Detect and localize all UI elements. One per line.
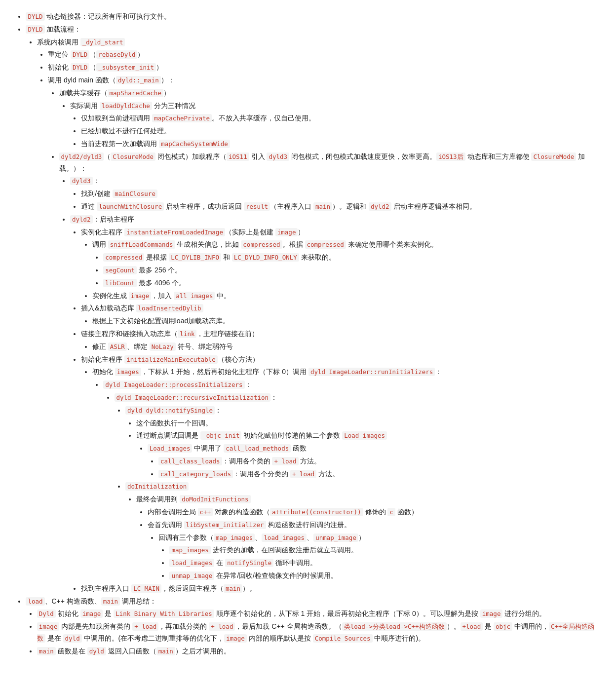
code-image2: image — [129, 292, 152, 300]
code-image-summary2: image — [480, 610, 503, 618]
item-init: 初始化 DYLD（_subsystem_init） — [48, 62, 601, 74]
code-subsystem-init: _subsystem_init — [96, 63, 156, 72]
label-dyld-1: DYLD 动态链接器：记载所有库和可执行文件。 — [26, 12, 171, 20]
code-Load_images: Load_images — [342, 431, 387, 440]
main-call-sublist: 加载共享缓存（mapSharedCache） 实际调用 loadDyldCach… — [48, 87, 601, 595]
code-dyld3-label: dyld3 — [70, 177, 93, 185]
link-sublist: 修正 ASLR、绑定 NoLazy 符号、绑定弱符号 — [81, 341, 601, 353]
loadInsertedDylib-sublist: 根据上下文初始化配置调用load加载动态库。 — [81, 315, 601, 327]
item-notifySingle: dyld dyld::notifySingle： 这个函数执行一个回调。 — [125, 405, 601, 480]
item-dyld-flow: DYLD 加载流程： 系统内核调用 _dyld_start 重定位 DYLD（r… — [26, 24, 601, 595]
item-dyld-linker: DYLD 动态链接器：记载所有库和可执行文件。 — [26, 11, 601, 23]
code-loadDyldCache: loadDyldCache — [100, 102, 152, 110]
item-image-allimages: 实例化生成 image，加入 all images 中。 — [92, 290, 601, 302]
item-callback: 这个函数执行一个回调。 — [136, 418, 601, 429]
item-libSystem-initializer: 会首先调用 libSystem_initializer 构造函数进行回调的注册。… — [148, 519, 601, 582]
code-dyld2dyld3: dyld2/dyld3 — [59, 152, 104, 161]
item-main-call-order: main 函数是在 dyld 返回入口函数（main）之后才调用的。 — [37, 646, 601, 657]
code-dyld-summary: Dyld — [37, 610, 56, 618]
code-compressed3: compressed — [103, 253, 144, 262]
code-images: images — [115, 368, 141, 376]
item-LC_DYLIB_INFO: compressed 是根据 LC_DYLIB_INFO 和 LC_DYLD_I… — [103, 252, 601, 264]
item-loadInsertedDylib: 插入&加载动态库 loadInsertedDylib 根据上下文初始化配置调用l… — [81, 303, 601, 327]
code-attribute-constructor: attribute((constructor)) — [270, 508, 363, 516]
code-dyld-2: DYLD — [26, 25, 44, 34]
dyld-flow-list: 系统内核调用 _dyld_start 重定位 DYLD（rebaseDyld） … — [26, 37, 601, 595]
item-doModInitFunctions: 最终会调用到 doModInitFunctions 内部会调用全局 c++ 对象… — [136, 494, 601, 582]
code-LC_DYLIB_INFO: LC_DYLIB_INFO — [169, 253, 221, 262]
call_load_methods-sublist: call_class_loads：调用各个类的 + load 方法。 call_… — [148, 456, 601, 480]
code-c-func: c — [387, 508, 395, 516]
code-plus-load-summary: + load — [132, 622, 158, 631]
item-sniffLoadCommands: 调用 sniffLoadCommands 生成相关信息，比如 compresse… — [92, 239, 601, 289]
code-mainClosure: mainClosure — [113, 190, 157, 198]
item-doInitialization: doInitialization 最终会调用到 doModInitFunctio… — [125, 481, 601, 581]
item-libCount: libCount 最多 4096 个。 — [103, 277, 601, 289]
code-Load_images2: Load_images — [148, 444, 192, 453]
code-compressed: compressed — [241, 240, 282, 249]
code-processInitializers: dyld ImageLoader::processInitializers — [103, 381, 244, 389]
summary-list: Dyld 初始化 image 是 Link Binary With Librar… — [26, 608, 601, 657]
code-map_images: map_images — [214, 534, 255, 542]
item-LC_MAIN: 找到主程序入口 LC_MAIN，然后返回主程序（main）。 — [81, 583, 601, 595]
code-dyld-init: DYLD — [71, 63, 89, 72]
code-compressed2: compressed — [305, 240, 346, 249]
code-CompileSources: Compile Sources — [313, 634, 373, 643]
code-iOS13hou: iOS13后 — [436, 152, 465, 161]
code-notifySingle: dyld dyld::notifySingle — [125, 406, 215, 415]
item-objc-init: 通过断点调试回调是 _objc_init 初始化赋值时传递的第二个参数 Load… — [136, 430, 601, 480]
code-dyld2-logic: dyld2 — [369, 202, 391, 211]
code-load: load — [26, 597, 44, 606]
code-dyld-main: dyld::_main — [116, 76, 161, 84]
item-kernel-call: 系统内核调用 _dyld_start 重定位 DYLD（rebaseDyld） … — [37, 37, 601, 595]
code-main2: main — [224, 584, 242, 593]
code-NoLazy: NoLazy — [150, 343, 176, 351]
item-segCount: segCount 最多 256 个。 — [103, 265, 601, 276]
notifySingle-sublist: 这个函数执行一个回调。 通过断点调试回调是 _objc_init 初始化赋值时传… — [125, 418, 601, 480]
code-dyld-summary2: dyld — [63, 634, 82, 643]
code-dyld3: dyld3 — [267, 152, 289, 161]
processInit-sublist: dyld ImageLoader::recursiveInitializatio… — [103, 392, 601, 582]
item-context-load: 根据上下文初始化配置调用load加载动态库。 — [92, 315, 601, 327]
code-doInitialization: doInitialization — [125, 482, 189, 491]
item-call_class_loads: call_class_loads：调用各个类的 + load 方法。 — [158, 456, 601, 467]
item-ASLR: 修正 ASLR、绑定 NoLazy 符号、绑定弱符号 — [92, 341, 601, 353]
code-rebaseDyld: rebaseDyld — [96, 50, 137, 59]
code-libSystem-initializer: libSystem_initializer — [184, 521, 266, 529]
code-ClosureMode: ClosureMode — [111, 152, 155, 161]
code-ASLR: ASLR — [108, 343, 127, 351]
Load_images-sublist: Load_images 中调用了 call_load_methods 函数 ca… — [136, 443, 601, 480]
dyld2-detail-list: 实例化主程序 instantiateFromLoadedImage（实际上是创建… — [70, 227, 601, 595]
code-recursiveInit: dyld ImageLoader::recursiveInitializatio… — [115, 393, 271, 402]
code-LC_DYLD_INFO_ONLY: LC_DYLD_INFO_ONLY — [232, 253, 299, 262]
code-plus-load-1: + load — [272, 457, 298, 465]
item-load_images-desc: load_images 在 notifySingle 循环中调用。 — [169, 557, 601, 569]
code-image: image — [275, 228, 298, 236]
item-dyld2-section: dyld2：启动主程序 实例化主程序 instantiateFromLoaded… — [70, 214, 601, 595]
code-notifySingle2: notifySingle — [225, 559, 273, 567]
item-initializeMainExecutable: 初始化主程序 initializeMainExecutable（核心方法） 初始… — [81, 354, 601, 582]
code-LinkBinary: Link Binary With Libraries — [114, 610, 214, 618]
code-objc: objc — [494, 622, 512, 631]
code-call_load_methods: call_load_methods — [224, 444, 291, 453]
shared-cache-sublist: 实际调用 loadDyldCache 分为三种情况 仅加载到当前进程调用 map… — [59, 100, 601, 150]
code-call_category_loads: call_category_loads — [158, 470, 233, 478]
item-three-params: 回调有三个参数（map_images、load_images、unmap_ima… — [158, 532, 601, 582]
item-image-load-order: image 内部是先加载所有类的 + load，再加载分类的 + load，最后… — [37, 621, 601, 645]
code-call_class_loads: call_class_loads — [158, 457, 222, 465]
item-call_category_loads: call_category_loads：调用各个分类的 + load 方法。 — [158, 468, 601, 480]
code-dyld2-label: dyld2 — [70, 215, 93, 224]
code-mapCachePrivate: mapCachePrivate — [152, 114, 212, 122]
item-processInitializers: dyld ImageLoader::processInitializers： d… — [103, 379, 601, 582]
code-libCount: libCount — [103, 279, 137, 287]
code-dyld: DYLD — [26, 12, 44, 21]
code-loadInsertedDylib: loadInsertedDylib — [136, 304, 203, 312]
initializeMain-sublist: 初始化 images，下标从 1 开始，然后再初始化主程序（下标 0）调用 dy… — [81, 366, 601, 582]
code-load_images2: load_images — [262, 534, 307, 542]
item-recursiveInitialization: dyld ImageLoader::recursiveInitializatio… — [115, 392, 601, 582]
runInitializers-sublist: dyld ImageLoader::processInitializers： d… — [92, 379, 601, 582]
item-dyld3-section: dyld3： 找到/创建 mainClosure 通过 launchWithCl… — [70, 175, 601, 212]
code-unmap_image: unmap_image — [313, 534, 358, 542]
item-link: 链接主程序和链接插入动态库（link，主程序链接在前） 修正 ASLR、绑定 N… — [81, 328, 601, 353]
code-image-summary3: image — [37, 622, 60, 631]
